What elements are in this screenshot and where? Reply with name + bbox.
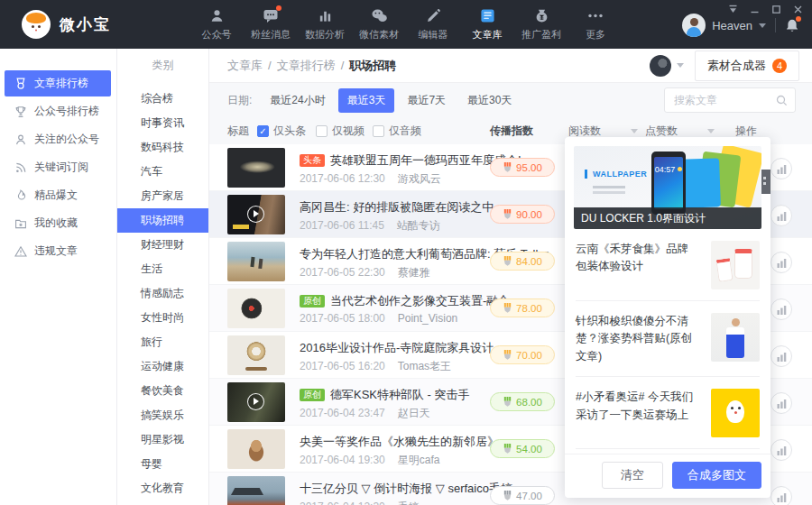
- date-filter-label: 日期:: [227, 93, 252, 108]
- sidebar-item-account-ranking[interactable]: 公众号排行榜: [5, 98, 111, 124]
- mini-bars-icon: [777, 352, 787, 362]
- sort-caret-icon[interactable]: [707, 129, 715, 133]
- trend-chart-button[interactable]: [770, 486, 792, 505]
- warning-triangle-icon: [14, 245, 27, 258]
- article-thumbnail: [227, 195, 285, 234]
- nav-official-accounts[interactable]: 公众号: [189, 0, 244, 49]
- date-filter-3d[interactable]: 最近3天: [338, 88, 395, 113]
- category-item[interactable]: 房产家居: [117, 184, 208, 208]
- mini-bars-icon: [777, 164, 787, 174]
- sort-caret-icon[interactable]: [631, 129, 638, 133]
- sidebar-item-followed-accounts[interactable]: 关注的公众号: [5, 126, 111, 152]
- mini-bars-icon: [777, 258, 787, 268]
- date-filter-30d[interactable]: 最近30天: [458, 88, 521, 113]
- breadcrumb-parent[interactable]: 文章排行榜: [277, 58, 336, 74]
- search-input[interactable]: [672, 93, 770, 107]
- nav-promotion-profit[interactable]: 推广盈利: [514, 0, 568, 49]
- trend-chart-button[interactable]: [770, 392, 792, 414]
- category-item[interactable]: 生活: [117, 257, 208, 281]
- category-item[interactable]: 汽车: [117, 160, 208, 184]
- medal-icon: [503, 397, 512, 407]
- filter-audio-only[interactable]: 仅音频: [373, 117, 421, 144]
- category-item[interactable]: 餐饮美食: [117, 379, 208, 403]
- divider: [775, 18, 776, 32]
- compose-multi-article-button[interactable]: 合成多图文: [672, 462, 761, 489]
- trend-chart-button[interactable]: [770, 298, 792, 320]
- category-item[interactable]: 明星影视: [117, 427, 208, 452]
- spread-score-badge: 84.00: [490, 252, 555, 271]
- category-item[interactable]: 情感励志: [117, 281, 208, 306]
- user-menu[interactable]: Heaven: [682, 11, 799, 40]
- category-sidebar: 类别 综合榜 时事资讯 数码科技 汽车 房产家居 职场招聘 财经理财 生活 情感…: [117, 49, 209, 505]
- article-thumbnail: [227, 429, 285, 469]
- category-item[interactable]: 数码科技: [117, 135, 208, 160]
- category-header: 类别: [117, 49, 208, 81]
- breadcrumb: 文章库/ 文章排行榜/ 职场招聘: [227, 58, 396, 74]
- checkbox-video-only[interactable]: [316, 125, 328, 137]
- nav-editor[interactable]: 编辑器: [406, 0, 460, 49]
- article-meta: 2017-06-06 12:30游戏风云: [300, 171, 441, 187]
- sidebar-item-keyword-subscription[interactable]: 关键词订阅: [5, 154, 111, 180]
- category-item[interactable]: 搞笑娱乐: [117, 403, 208, 427]
- trend-chart-button[interactable]: [770, 158, 792, 179]
- clear-button[interactable]: 清空: [602, 462, 663, 489]
- ellipsis-icon: [586, 8, 604, 24]
- sidebar-item-violation-articles[interactable]: 违规文章: [5, 238, 111, 264]
- nav-wechat-material[interactable]: 微信素材: [352, 0, 406, 49]
- trend-chart-button[interactable]: [770, 205, 792, 226]
- sidebar-item-hot-articles[interactable]: 精品爆文: [5, 182, 111, 208]
- checkbox-headline-only[interactable]: [257, 125, 269, 137]
- category-item[interactable]: 文化教育: [117, 476, 208, 500]
- article-title[interactable]: 十三亿分贝 ▽ 倒计时海报 ▽ serfaico毛婷: [300, 481, 512, 497]
- nav-fan-messages[interactable]: 粉丝消息: [244, 0, 298, 49]
- trend-chart-button[interactable]: [770, 345, 792, 367]
- nav-article-library[interactable]: 文章库: [460, 0, 514, 49]
- filter-video-only[interactable]: 仅视频: [316, 117, 364, 144]
- breadcrumb-current: 职场招聘: [349, 58, 396, 74]
- notification-dot: [276, 5, 281, 11]
- category-item[interactable]: 运动健康: [117, 354, 208, 379]
- category-item[interactable]: 财经理财: [117, 233, 208, 257]
- search-icon: [776, 95, 788, 106]
- category-item-active[interactable]: 职场招聘: [117, 208, 208, 233]
- article-title[interactable]: 央美一等奖作品《水獭先生的新邻居》: [300, 434, 499, 450]
- sidebar-item-my-favorites[interactable]: 我的收藏: [5, 210, 111, 236]
- article-title[interactable]: 2016毕业设计作品-寺院庭院家具设计: [300, 340, 494, 356]
- trend-chart-button[interactable]: [770, 439, 792, 461]
- category-item[interactable]: 母婴: [117, 452, 208, 476]
- date-filter-7d[interactable]: 最近7天: [398, 88, 455, 113]
- category-item[interactable]: 综合榜: [117, 87, 208, 111]
- filter-headline-only[interactable]: 仅头条: [257, 117, 306, 144]
- money-bag-icon: [534, 8, 549, 24]
- mini-bars-icon: [777, 399, 787, 409]
- material-item[interactable]: #小矛看奥运# 今天我们采访了一下奥运赛场上: [576, 377, 760, 449]
- spread-score-badge: 70.00: [490, 345, 555, 364]
- category-item[interactable]: 旅行: [117, 330, 208, 354]
- nav-more[interactable]: 更多: [568, 0, 623, 49]
- spread-score-badge: 47.00: [490, 486, 555, 505]
- filter-bar: 日期: 最近24小时 最近3天 最近7天 最近30天: [209, 83, 812, 117]
- selected-materials-list: 云南《禾芽食集》品牌包装体验设计 针织和梭织傻傻分不清楚？涨姿势科普贴(原创文章…: [565, 229, 770, 454]
- trend-chart-button[interactable]: [770, 252, 792, 273]
- article-title[interactable]: 高冈昌生: 好的排版被隐匿在阅读之中: [300, 199, 494, 216]
- featured-material-card[interactable]: 04:57 WALLPAPER DU LOCKER 1.0界面设计: [574, 146, 761, 229]
- composer-avatar[interactable]: [650, 55, 671, 77]
- breadcrumb-root[interactable]: 文章库: [227, 58, 263, 74]
- search-box[interactable]: [664, 87, 796, 113]
- checkbox-audio-only[interactable]: [373, 125, 384, 137]
- material-composer-button[interactable]: 素材合成器 4: [695, 50, 799, 81]
- article-title[interactable]: 当代艺术创作之影像交互装置-融合: [330, 293, 510, 309]
- trophy-icon: [14, 106, 27, 118]
- app-title: 微小宝: [60, 14, 111, 35]
- date-filter-24h[interactable]: 最近24小时: [261, 88, 334, 113]
- article-title[interactable]: 德军KSK特种部队 - 突击手: [330, 387, 470, 403]
- sidebar-item-article-ranking[interactable]: 文章排行榜: [5, 70, 111, 96]
- category-item[interactable]: 女性时尚: [117, 306, 208, 330]
- medal-icon: [503, 256, 512, 266]
- material-item[interactable]: 针织和梭织傻傻分不清楚？涨姿势科普贴(原创文章): [576, 301, 760, 377]
- nav-data-analysis[interactable]: 数据分析: [298, 0, 352, 49]
- notifications-bell-button[interactable]: [785, 18, 799, 33]
- category-item[interactable]: 时事资讯: [117, 111, 208, 135]
- article-meta: 2017-06-05 18:00Point_Vision: [300, 312, 457, 325]
- material-item[interactable]: 云南《禾芽食集》品牌包装体验设计: [576, 229, 760, 301]
